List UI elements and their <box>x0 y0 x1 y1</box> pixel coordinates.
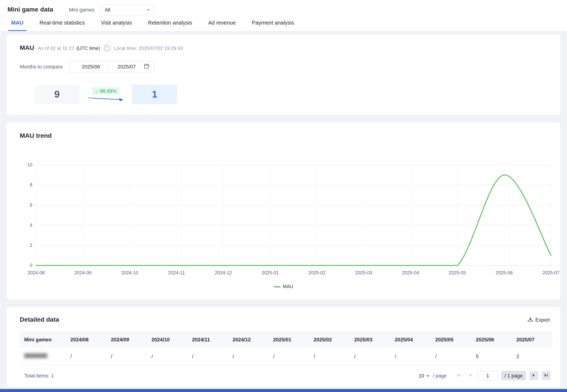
mau-comparison: 9 ↓ -88.89% 1 <box>20 84 547 104</box>
down-arrow-icon: ↓ <box>95 88 97 94</box>
legend-line-icon <box>274 286 280 287</box>
page-size-select[interactable]: 10 <box>419 373 429 378</box>
previous-month-value: 9 <box>34 84 80 104</box>
mau-card-title: MAU <box>20 44 34 52</box>
game-name-cell <box>20 348 66 365</box>
table-footer: Total items: 1 10 / page <box>7 365 560 386</box>
column-header: 2025/04 <box>390 331 431 348</box>
pagination: 10 / page / 1 page <box>419 371 551 380</box>
value-cell: / <box>390 348 431 365</box>
range-separator: : <box>108 64 110 70</box>
svg-text:2024-12: 2024-12 <box>215 270 232 275</box>
value-cell: 2 <box>512 348 552 365</box>
tab-visit-analysis[interactable]: Visit analysis <box>98 20 135 31</box>
column-header: 2024/10 <box>147 331 188 348</box>
value-cell: / <box>228 348 269 365</box>
value-cell: / <box>309 348 350 365</box>
detail-table-header-row: Mini games2024/082024/092024/102024/1120… <box>20 331 552 348</box>
mau-trend-card: MAU trend 02468102024-082024-092024-1020… <box>7 123 560 299</box>
svg-text:8: 8 <box>30 182 32 187</box>
page-title: Mini game data <box>7 6 53 14</box>
current-month-value: 1 <box>132 84 177 104</box>
value-cell: / <box>188 348 228 365</box>
mini-games-filter-label: Mini games <box>69 7 95 13</box>
detailed-data-card: Detailed data Export Mini games2024/0820… <box>7 307 560 387</box>
detail-header: Detailed data Export <box>7 316 560 323</box>
trend-arrow-icon <box>88 96 124 102</box>
detail-table-body: //////////52 <box>20 348 552 365</box>
change-percent: -88.89% <box>99 88 116 94</box>
main-content: MAU As of 02 at 11:27 (UTC time) ? Local… <box>0 31 567 387</box>
help-icon[interactable]: ? <box>104 45 110 51</box>
column-header: 2025/03 <box>350 331 391 348</box>
last-page-button[interactable] <box>542 371 551 380</box>
column-header: 2025/06 <box>471 331 512 348</box>
redacted-game-name <box>24 353 47 358</box>
svg-text:2: 2 <box>30 242 32 248</box>
value-cell: / <box>147 348 188 365</box>
column-header: 2024/12 <box>228 331 269 348</box>
tabs: MAUReal-time statisticsVisit analysisRet… <box>0 20 567 31</box>
detail-table: Mini games2024/082024/092024/102024/1120… <box>20 331 552 365</box>
last-page-icon <box>544 372 549 379</box>
column-header: 2024/09 <box>107 331 147 348</box>
svg-text:0: 0 <box>30 263 32 268</box>
range-start-value: 2025/06 <box>74 64 108 70</box>
page-size-value: 10 <box>419 373 424 378</box>
export-label: Export <box>535 317 550 322</box>
utc-label: (UTC time) <box>76 45 100 51</box>
mau-trend-chart[interactable]: 02468102024-082024-092024-102024-112024-… <box>7 157 560 281</box>
tab-mau[interactable]: MAU <box>8 20 27 31</box>
page-number-input[interactable] <box>478 371 498 380</box>
total-items-label: Total items: 1 <box>24 373 54 378</box>
tab-payment-analysis[interactable]: Payment analysis <box>249 20 297 31</box>
column-header: Mini games <box>20 331 66 348</box>
value-cell: / <box>350 348 391 365</box>
mini-games-select[interactable]: All <box>101 4 154 15</box>
tab-retention-analysis[interactable]: Retention analysis <box>145 20 195 31</box>
local-time: Local time: 2025/07/02 19:29:43 <box>114 45 183 51</box>
svg-text:6: 6 <box>30 202 32 208</box>
per-page-label: / page <box>433 373 447 378</box>
value-cell: / <box>66 348 107 365</box>
change-indicator: ↓ -88.89% <box>88 87 124 102</box>
svg-text:2025-07: 2025-07 <box>542 270 560 275</box>
months-compare-label: Months to compare <box>20 64 69 70</box>
tab-ad-revenue[interactable]: Ad revenue <box>205 20 239 31</box>
tab-real-time-statistics[interactable]: Real-time statistics <box>37 20 88 31</box>
chevron-down-icon <box>147 8 150 11</box>
legend-label: MAU <box>283 284 293 289</box>
chevron-down-icon <box>426 374 429 377</box>
previous-page-icon <box>467 372 473 379</box>
previous-page-button[interactable] <box>466 372 474 380</box>
detail-title: Detailed data <box>20 316 59 323</box>
column-header: 2025/07 <box>512 331 552 348</box>
value-cell: / <box>431 348 471 365</box>
next-page-button[interactable] <box>529 371 538 380</box>
chart-legend[interactable]: MAU <box>7 284 560 289</box>
top-bar: Mini game data Mini games All MAUReal-ti… <box>0 0 567 31</box>
column-header: 2024/11 <box>188 331 228 348</box>
table-row: //////////52 <box>20 348 552 365</box>
value-cell: / <box>269 348 309 365</box>
column-header: 2025/05 <box>431 331 471 348</box>
svg-text:2025-01: 2025-01 <box>262 270 279 275</box>
svg-text:2024-08: 2024-08 <box>28 270 45 275</box>
svg-text:2025-05: 2025-05 <box>449 270 466 275</box>
svg-text:2025-03: 2025-03 <box>355 270 372 275</box>
bottom-bar <box>0 389 567 392</box>
first-page-icon <box>456 372 461 379</box>
page-total-label: / 1 page <box>501 371 526 380</box>
value-cell: 5 <box>471 348 512 365</box>
page: Mini game data Mini games All MAUReal-ti… <box>0 0 567 392</box>
svg-text:4: 4 <box>30 223 32 228</box>
as-of-time: As of 02 at 11:27 <box>38 45 74 51</box>
mau-card: MAU As of 02 at 11:27 (UTC time) ? Local… <box>7 35 560 115</box>
svg-text:2025-04: 2025-04 <box>402 270 419 275</box>
trend-title: MAU trend <box>7 132 560 140</box>
next-page-icon <box>531 372 537 379</box>
title-row: Mini game data Mini games All <box>0 5 567 14</box>
first-page-button[interactable] <box>454 372 463 380</box>
month-range-picker[interactable]: 2025/06 : 2025/07 <box>69 61 154 73</box>
export-button[interactable]: Export <box>527 316 550 323</box>
